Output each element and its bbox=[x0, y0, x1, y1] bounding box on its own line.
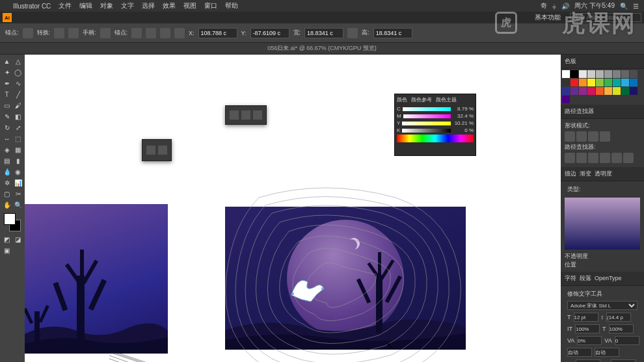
color-panel[interactable]: 颜色 颜色参考 颜色主题 C8.79 % M32.4 % Y10.21 % K0… bbox=[394, 94, 476, 156]
swatch-color[interactable] bbox=[570, 87, 578, 95]
selection-tool[interactable]: ▲ bbox=[1, 56, 12, 67]
m-slider[interactable] bbox=[403, 114, 451, 118]
w-input[interactable] bbox=[304, 28, 343, 38]
intersect-icon[interactable] bbox=[588, 131, 598, 142]
transparency-tab[interactable]: 透明度 bbox=[595, 170, 612, 177]
swatch-color[interactable] bbox=[587, 87, 595, 95]
swatch-color[interactable] bbox=[604, 87, 612, 95]
swatch-color[interactable] bbox=[570, 79, 578, 86]
swatch-color[interactable] bbox=[562, 79, 570, 86]
divide-icon[interactable] bbox=[565, 153, 575, 163]
perspective-tool[interactable]: ▦ bbox=[12, 144, 23, 155]
artboard-tool[interactable]: ▢ bbox=[1, 188, 12, 200]
type-tool[interactable]: T bbox=[1, 89, 12, 100]
kern-input[interactable] bbox=[577, 336, 602, 345]
convert-corner-icon[interactable] bbox=[54, 28, 64, 38]
swatch-color[interactable] bbox=[604, 70, 612, 78]
swatch-color[interactable] bbox=[579, 70, 587, 78]
x-input[interactable] bbox=[198, 28, 237, 38]
opentype-tab[interactable]: OpenType bbox=[595, 275, 622, 281]
color-mode-icon[interactable]: ◩ bbox=[1, 234, 12, 245]
swatch-color[interactable] bbox=[596, 79, 604, 86]
transform-icon[interactable] bbox=[174, 28, 185, 38]
convert-smooth-icon[interactable] bbox=[68, 28, 79, 38]
bird-shape[interactable] bbox=[285, 269, 330, 308]
h-input[interactable] bbox=[373, 28, 412, 38]
slice-tool[interactable]: ✂ bbox=[12, 188, 23, 200]
tracking-input[interactable] bbox=[615, 336, 639, 345]
anchor-convert-icon[interactable] bbox=[23, 28, 33, 38]
handle-icon[interactable] bbox=[100, 28, 111, 38]
menu-edit[interactable]: 编辑 bbox=[79, 1, 92, 10]
brush-icon[interactable] bbox=[230, 110, 239, 120]
magic-wand-tool[interactable]: ✦ bbox=[1, 67, 12, 78]
workspace-switcher[interactable]: 基本功能 bbox=[535, 13, 561, 22]
exclude-icon[interactable] bbox=[600, 131, 610, 142]
menu-help[interactable]: 帮助 bbox=[225, 1, 238, 10]
minus-front-icon[interactable] bbox=[576, 131, 587, 142]
app-name-menu[interactable]: Illustrator CC bbox=[13, 3, 51, 10]
c-slider[interactable] bbox=[403, 107, 451, 111]
eyedropper-tool[interactable]: 💧 bbox=[1, 166, 12, 177]
menu-select[interactable]: 选择 bbox=[142, 1, 155, 10]
swatch-color[interactable] bbox=[621, 70, 629, 78]
rectangle-tool[interactable]: ▭ bbox=[1, 100, 12, 111]
gradient-tool[interactable]: ▮ bbox=[12, 155, 23, 166]
spectrum-bar[interactable] bbox=[397, 135, 474, 142]
float-selection-panel[interactable] bbox=[142, 139, 172, 161]
swatch-color[interactable] bbox=[579, 87, 587, 95]
align-icon[interactable] bbox=[160, 28, 170, 38]
free-transform-tool[interactable]: ⬚ bbox=[12, 133, 23, 144]
document-tab[interactable]: 056归来.ai* @ 66.67% (CMYK/GPU 预览) bbox=[0, 43, 644, 55]
vscale-input[interactable] bbox=[575, 324, 600, 333]
para-tab[interactable]: 段落 bbox=[580, 275, 591, 281]
draw-mode-icon[interactable]: ◪ bbox=[12, 234, 23, 245]
fill-stroke-swatch[interactable] bbox=[4, 213, 21, 231]
width-tool[interactable]: ↔ bbox=[1, 133, 12, 144]
direct-select-tool[interactable]: △ bbox=[12, 56, 23, 67]
swatch-color[interactable] bbox=[604, 79, 612, 86]
gradient-tab[interactable]: 渐变 bbox=[580, 170, 591, 177]
swatch-color[interactable] bbox=[613, 70, 621, 78]
canvas[interactable]: 颜色 颜色参考 颜色主题 C8.79 % M32.4 % Y10.21 % K0… bbox=[25, 55, 561, 362]
pen-tool[interactable]: ✒ bbox=[1, 78, 12, 89]
brush-tool[interactable]: 🖌 bbox=[12, 100, 23, 111]
swatch-color[interactable] bbox=[596, 70, 604, 78]
selection-icon[interactable] bbox=[146, 146, 155, 155]
direct-selection-icon[interactable] bbox=[158, 146, 167, 155]
wifi-icon[interactable]: ⏚ bbox=[552, 3, 556, 10]
minus-back-icon[interactable] bbox=[623, 153, 634, 163]
stroke-tab[interactable]: 描边 bbox=[565, 170, 576, 177]
swatches-panel-tab[interactable]: 色板 bbox=[561, 55, 644, 69]
curvature-tool[interactable]: ∿ bbox=[12, 78, 23, 89]
link-wh-icon[interactable] bbox=[347, 28, 358, 38]
auto2-input[interactable] bbox=[595, 348, 619, 357]
swatch-color[interactable] bbox=[570, 70, 578, 78]
symbol-spray-tool[interactable]: ✲ bbox=[1, 177, 12, 188]
crop-icon[interactable] bbox=[600, 153, 610, 163]
hscale-input[interactable] bbox=[609, 324, 634, 333]
zoom-tool[interactable]: 🔍 bbox=[12, 200, 23, 211]
menu-effect[interactable]: 效果 bbox=[163, 1, 176, 10]
hand-tool[interactable]: ✋ bbox=[1, 200, 12, 211]
outline-icon[interactable] bbox=[611, 153, 622, 163]
screen-mode-icon[interactable]: ▣ bbox=[1, 245, 12, 256]
y-input[interactable] bbox=[250, 28, 289, 38]
char-tab[interactable]: 字符 bbox=[565, 275, 576, 281]
blend-tool[interactable]: ◉ bbox=[12, 166, 23, 177]
auto1-input[interactable] bbox=[567, 348, 592, 357]
cut-path-icon[interactable] bbox=[146, 28, 156, 38]
menu-type[interactable]: 文字 bbox=[121, 1, 134, 10]
swatches-grid[interactable] bbox=[561, 69, 644, 105]
menu-object[interactable]: 对象 bbox=[100, 1, 113, 10]
y-slider[interactable] bbox=[402, 122, 451, 125]
merge-icon[interactable] bbox=[588, 153, 598, 163]
float-brush-panel[interactable] bbox=[225, 105, 267, 125]
swatch-color[interactable] bbox=[562, 96, 570, 103]
char-rotate-input[interactable] bbox=[611, 359, 636, 362]
baseline-shift-input[interactable] bbox=[576, 359, 600, 362]
leading-input[interactable] bbox=[606, 313, 631, 322]
pencil-icon[interactable] bbox=[241, 110, 250, 120]
k-slider[interactable] bbox=[402, 129, 451, 133]
font-size-input[interactable] bbox=[574, 313, 598, 322]
